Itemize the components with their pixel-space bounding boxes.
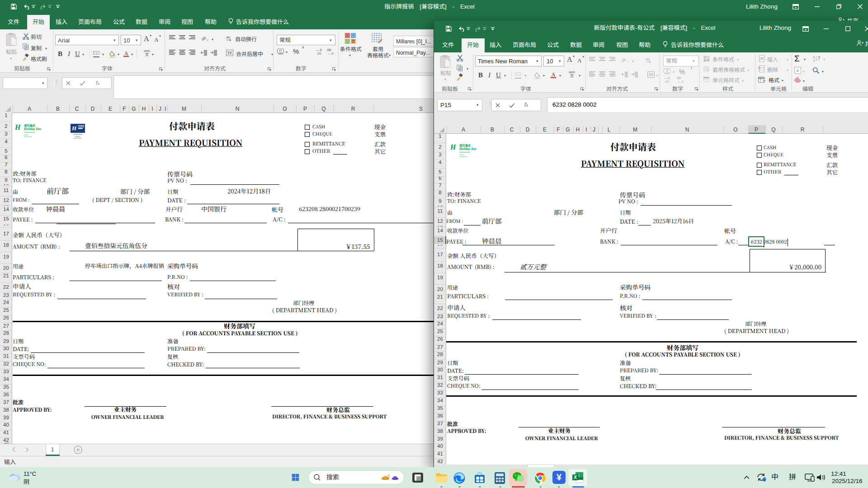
svg-text:X: X xyxy=(574,475,577,480)
